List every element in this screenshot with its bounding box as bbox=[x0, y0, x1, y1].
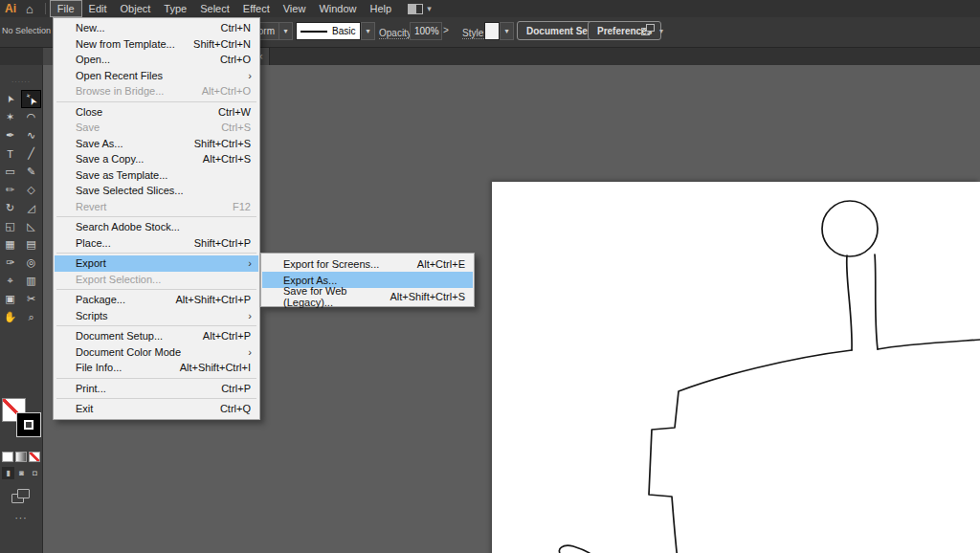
menu-item-save-selected-slices[interactable]: Save Selected Slices... bbox=[55, 183, 258, 199]
menu-item-document-color-mode[interactable]: Document Color Mode› bbox=[55, 344, 258, 361]
file-menu-dropdown: New...Ctrl+N New from Template...Shift+C… bbox=[53, 17, 260, 420]
screen-mode-button[interactable] bbox=[11, 489, 31, 504]
gradient-button[interactable] bbox=[15, 452, 27, 462]
pen-tool[interactable]: ✒ bbox=[0, 126, 20, 144]
menu-effect[interactable]: Effect bbox=[236, 0, 277, 17]
draw-normal-mode[interactable]: ▮ bbox=[2, 467, 14, 479]
menu-help[interactable]: Help bbox=[364, 0, 399, 17]
menu-item-open-recent-files[interactable]: Open Recent Files› bbox=[55, 68, 258, 84]
submenu-arrow-icon: › bbox=[248, 310, 252, 321]
type-tool[interactable]: T bbox=[0, 144, 20, 163]
menu-item-scripts[interactable]: Scripts› bbox=[55, 308, 258, 324]
symbol-sprayer-tool[interactable]: ⌖ bbox=[0, 272, 20, 290]
arrange-chevron-icon[interactable]: ▾ bbox=[659, 27, 663, 35]
selection-status: No Selection bbox=[2, 26, 51, 35]
menu-item-revert[interactable]: RevertF12 bbox=[55, 199, 258, 215]
artboard-tool[interactable]: ▣ bbox=[0, 290, 20, 308]
color-mode-row bbox=[2, 452, 40, 462]
antenna-stem-left bbox=[847, 255, 852, 350]
pencil-tool[interactable]: ✏ bbox=[0, 181, 20, 199]
selection-tool[interactable]: ➤ bbox=[0, 90, 20, 108]
menu-edit[interactable]: Edit bbox=[82, 0, 114, 17]
hand-tool[interactable]: ✋ bbox=[0, 308, 20, 326]
submenu-arrow-icon: › bbox=[248, 257, 252, 269]
menu-separator bbox=[56, 253, 256, 254]
blend-tool[interactable]: ◎ bbox=[21, 254, 41, 272]
perspective-grid-tool[interactable]: ◺ bbox=[21, 217, 41, 235]
magic-wand-tool[interactable]: ✶ bbox=[0, 108, 20, 126]
menu-item-document-setup[interactable]: Document Setup...Alt+Ctrl+P bbox=[55, 328, 258, 344]
draw-behind-mode[interactable]: ◙ bbox=[15, 467, 28, 479]
menu-item-browse-in-bridge[interactable]: Browse in Bridge...Alt+Ctrl+O bbox=[55, 83, 258, 100]
lasso-tool[interactable]: ◠ bbox=[21, 108, 41, 126]
workspace-switcher[interactable]: ▾ bbox=[408, 4, 432, 14]
chevron-down-icon: ▾ bbox=[427, 4, 432, 13]
paintbrush-tool[interactable]: ✎ bbox=[21, 163, 41, 181]
export-submenu: Export for Screens...Alt+Ctrl+E Export A… bbox=[260, 253, 475, 307]
style-label[interactable]: Style: bbox=[462, 28, 486, 39]
menu-view[interactable]: View bbox=[277, 0, 313, 17]
draw-inside-mode[interactable]: ◘ bbox=[29, 467, 41, 479]
shape-builder-tool[interactable]: ◱ bbox=[0, 217, 20, 235]
column-graph-tool[interactable]: ▥ bbox=[21, 272, 41, 290]
submenu-arrow-icon: › bbox=[248, 70, 252, 81]
body-top-right bbox=[878, 340, 980, 349]
illustrator-logo-icon: Ai bbox=[0, 2, 22, 15]
eyedropper-tool[interactable]: ✑ bbox=[0, 254, 20, 272]
color-button[interactable] bbox=[2, 452, 13, 462]
toolbar-grip[interactable]: ······ bbox=[0, 65, 42, 90]
submenu-arrow-icon: › bbox=[248, 346, 252, 358]
opacity-input[interactable]: 100% bbox=[410, 22, 442, 40]
menu-item-place[interactable]: Place...Shift+Ctrl+P bbox=[55, 235, 258, 252]
menu-item-package[interactable]: Package...Alt+Shift+Ctrl+P bbox=[55, 292, 258, 308]
brush-chevron[interactable]: ▾ bbox=[361, 22, 375, 40]
home-icon[interactable]: ⌂ bbox=[22, 2, 41, 16]
menu-item-save-a-copy[interactable]: Save a Copy...Alt+Ctrl+S bbox=[55, 151, 258, 167]
stroke-profile-chevron[interactable]: ▾ bbox=[278, 22, 293, 40]
opacity-expand-icon[interactable]: > bbox=[443, 25, 449, 35]
menu-item-print[interactable]: Print...Ctrl+P bbox=[55, 381, 258, 397]
style-chevron[interactable]: ▾ bbox=[500, 22, 514, 40]
menu-item-open[interactable]: Open...Ctrl+O bbox=[55, 52, 258, 68]
line-segment-tool[interactable]: ╱ bbox=[21, 144, 41, 163]
menu-item-new[interactable]: New...Ctrl+N bbox=[55, 20, 258, 36]
menu-item-export-for-screens[interactable]: Export for Screens...Alt+Ctrl+E bbox=[262, 255, 473, 272]
menu-object[interactable]: Object bbox=[114, 0, 158, 17]
slice-tool[interactable]: ✂ bbox=[21, 290, 41, 308]
menu-item-export-selection[interactable]: Export Selection... bbox=[55, 272, 258, 288]
scale-tool[interactable]: ◿ bbox=[21, 199, 41, 217]
menu-item-file-info[interactable]: File Info...Alt+Shift+Ctrl+I bbox=[55, 360, 258, 376]
direct-selection-tool[interactable]: ➤⁺ bbox=[21, 90, 41, 108]
menu-separator bbox=[56, 325, 256, 326]
style-swatch[interactable] bbox=[484, 22, 500, 40]
menu-item-search-adobe-stock[interactable]: Search Adobe Stock... bbox=[55, 219, 258, 235]
zoom-tool[interactable]: ⌕ bbox=[21, 308, 41, 326]
artboard[interactable] bbox=[492, 182, 980, 553]
menu-item-close[interactable]: CloseCtrl+W bbox=[55, 104, 258, 121]
menu-item-save[interactable]: SaveCtrl+S bbox=[55, 120, 258, 136]
stroke-swatch[interactable] bbox=[16, 412, 41, 437]
menu-type[interactable]: Type bbox=[157, 0, 193, 17]
arrange-icon[interactable] bbox=[641, 24, 655, 36]
rectangle-tool[interactable]: ▭ bbox=[0, 163, 20, 181]
none-button[interactable] bbox=[29, 452, 40, 462]
menu-item-new-from-template[interactable]: New from Template...Shift+Ctrl+N bbox=[55, 36, 258, 53]
edit-toolbar-button[interactable]: ··· bbox=[0, 513, 42, 523]
gradient-tool[interactable]: ▤ bbox=[21, 235, 41, 254]
eraser-tool[interactable]: ◇ bbox=[21, 181, 41, 199]
menu-item-save-as-template[interactable]: Save as Template... bbox=[55, 167, 258, 184]
menu-select[interactable]: Select bbox=[193, 0, 236, 17]
menu-window[interactable]: Window bbox=[312, 0, 363, 17]
curvature-tool[interactable]: ∿ bbox=[21, 126, 41, 144]
antenna-circle bbox=[822, 201, 878, 256]
menu-item-save-as[interactable]: Save As...Shift+Ctrl+S bbox=[55, 136, 258, 152]
menu-separator bbox=[56, 289, 256, 290]
menu-item-exit[interactable]: ExitCtrl+Q bbox=[55, 401, 258, 417]
mesh-tool[interactable]: ▦ bbox=[0, 235, 20, 254]
menu-item-save-for-web-legacy[interactable]: Save for Web (Legacy)...Alt+Shift+Ctrl+S bbox=[262, 288, 473, 304]
menu-file[interactable]: File bbox=[50, 0, 82, 17]
brush-definition-dropdown[interactable]: Basic bbox=[296, 22, 361, 40]
body-outline bbox=[649, 350, 852, 553]
menu-item-export[interactable]: Export› bbox=[55, 255, 258, 272]
rotate-tool[interactable]: ↻ bbox=[0, 199, 20, 217]
